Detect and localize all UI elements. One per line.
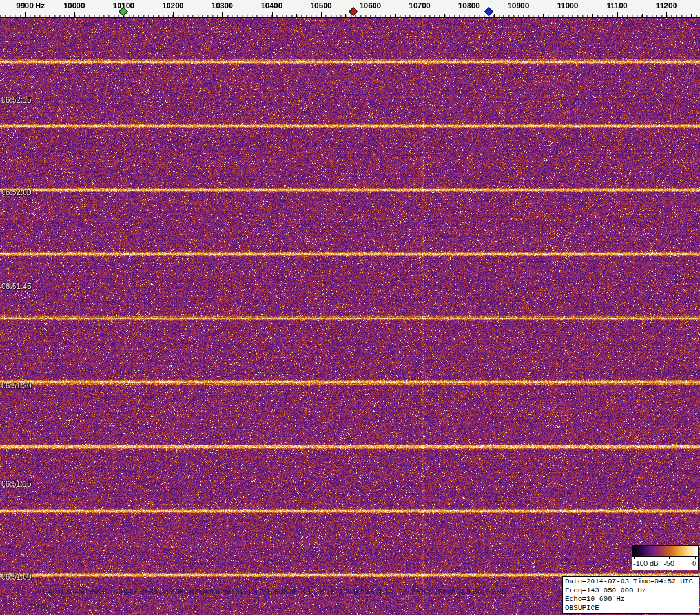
ruler-tick-label: 10200 [162,1,183,10]
ruler-major-tick [617,12,618,17]
ruler-major-tick [371,12,371,17]
info-echo-line: Echo=10 600 Hz [565,595,697,604]
ruler-tick-label: 11200 [656,1,677,10]
station-info-box: Date=2014-07-03 Time=04:52 UTC Freq=143 … [562,576,699,614]
ruler-tick-label: 10800 [458,1,480,10]
frequency-ruler[interactable]: 9900Hz1000010100102001030010400105001060… [0,0,700,18]
ruler-mid-tick [247,14,247,17]
color-scale-labels: -100 dB -50 0 [632,557,698,570]
ruler-major-tick [420,12,420,17]
color-scale-gradient [632,546,698,557]
ruler-major-tick [173,12,174,17]
legend-max-label: 0 [692,560,696,567]
ruler-mid-tick [345,14,346,17]
ruler-mid-tick [592,14,593,17]
ruler-major-tick [469,12,469,17]
ruler-mid-tick [543,14,544,17]
spectrogram-app: 9900Hz1000010100102001030010400105001060… [0,0,700,615]
legend-min-label: -100 dB [633,560,659,567]
ruler-mid-tick [50,14,50,17]
ruler-tick-label: 10300 [212,1,233,10]
ruler-tick-label: 11100 [607,1,628,10]
ruler-tick-label: 10400 [261,1,282,10]
detection-log-text: 20140703045055880 hCnt40 nb-85 f10608 hi… [36,587,506,596]
legend-tick-min [634,557,635,559]
ruler-mid-tick [296,14,297,17]
ruler-mid-tick [691,14,692,17]
ruler-tick-label: 10700 [409,1,430,10]
ruler-major-tick [222,12,223,17]
ruler-tick-label: 10900 [508,1,529,10]
cursor-readout-text: ^t+55 [30,601,49,610]
ruler-tick-label: 10000 [63,1,85,10]
ruler-mid-tick [198,14,198,17]
color-scale-legend: -100 dB -50 0 [632,545,699,570]
ruler-tick-label: 10500 [310,1,331,10]
ruler-mid-tick [494,14,495,17]
ruler-minor-ticks [0,15,700,17]
spectrogram-canvas[interactable] [0,18,700,615]
ruler-major-tick [666,12,667,17]
ruler-major-tick [568,12,568,17]
ruler-major-tick [74,12,75,17]
ruler-mid-tick [395,14,396,17]
ruler-major-tick [519,12,519,17]
legend-tick-max [695,557,696,559]
legend-tick-mid [669,557,670,559]
ruler-mid-tick [642,14,643,17]
legend-mid-label: -50 [664,560,674,567]
info-date-line: Date=2014-07-03 Time=04:52 UTC [565,578,697,587]
ruler-mid-tick [444,14,445,17]
ruler-tick-label: 9900 [16,1,34,10]
ruler-mid-tick [99,14,99,17]
info-station-line: OBSUPICE [565,604,697,613]
ruler-major-tick [321,12,322,17]
ruler-tick-label: 11000 [557,1,579,10]
ruler-major-tick [25,12,26,17]
ruler-major-tick [272,12,273,17]
ruler-tick-label: 10600 [360,1,381,10]
info-freq-line: Freq=143 050 000 Hz [565,587,697,596]
ruler-mid-tick [149,14,149,17]
ruler-unit-label: Hz [36,1,45,10]
